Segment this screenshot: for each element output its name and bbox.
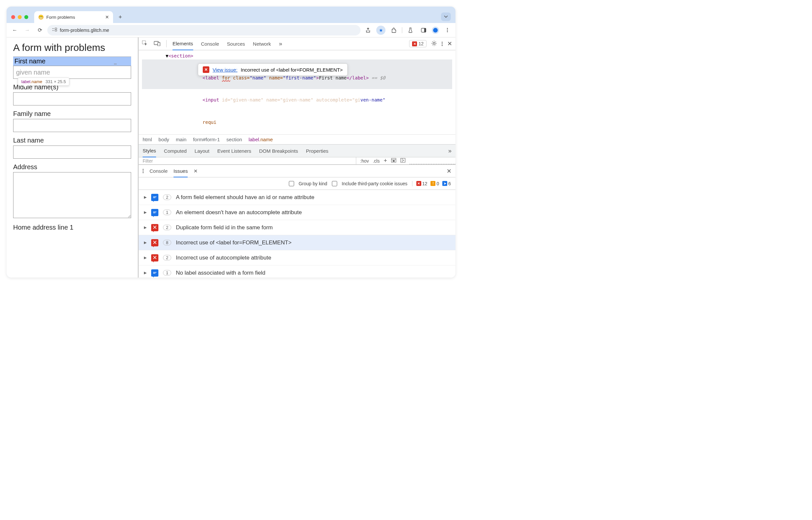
settings-button[interactable] bbox=[431, 41, 437, 47]
tab-title: Form problems bbox=[46, 15, 75, 20]
tab-console[interactable]: Console bbox=[201, 38, 219, 50]
error-icon: ✕ bbox=[416, 181, 421, 186]
crumb-form[interactable]: form#form-1 bbox=[193, 137, 220, 142]
error-speech-icon: ✕ bbox=[151, 224, 158, 231]
first-name-input[interactable] bbox=[13, 66, 131, 79]
reload-button[interactable]: ⟳ bbox=[35, 25, 45, 35]
devtools-close-button[interactable]: ✕ bbox=[447, 40, 452, 47]
tab-layout[interactable]: Layout bbox=[195, 145, 209, 157]
share-button[interactable] bbox=[363, 25, 373, 35]
window-zoom-button[interactable] bbox=[24, 15, 28, 19]
issue-row[interactable]: ▶1An element doesn't have an autocomplet… bbox=[139, 205, 455, 220]
crumb-body[interactable]: body bbox=[158, 137, 169, 142]
issue-row[interactable]: ▶✕8Incorrect use of <label for=FORM_ELEM… bbox=[139, 235, 455, 250]
styles-filter-bar: :hov .cls + bbox=[139, 157, 455, 164]
svg-rect-5 bbox=[424, 28, 426, 32]
drawer-tab-issues[interactable]: Issues bbox=[174, 165, 188, 177]
tab-list-button[interactable] bbox=[441, 12, 451, 21]
cls-toggle[interactable]: .cls bbox=[373, 158, 380, 163]
info-speech-icon bbox=[151, 194, 158, 201]
third-party-checkbox[interactable] bbox=[332, 181, 337, 186]
disclosure-icon: ▶ bbox=[144, 225, 147, 230]
new-style-button[interactable]: + bbox=[383, 157, 387, 164]
hov-toggle[interactable]: :hov bbox=[360, 158, 369, 163]
family-name-input[interactable] bbox=[13, 119, 131, 132]
address-bar[interactable]: form-problems.glitch.me bbox=[47, 25, 360, 35]
crumb-section[interactable]: section bbox=[226, 137, 242, 142]
tab-styles[interactable]: Styles bbox=[143, 145, 156, 157]
warning-icon: ! bbox=[430, 181, 435, 186]
tab-dom-breakpoints[interactable]: DOM Breakpoints bbox=[259, 145, 298, 157]
more-tabs-icon[interactable]: » bbox=[279, 41, 282, 47]
chevron-down-icon bbox=[444, 16, 448, 18]
toolbar-divider bbox=[402, 27, 402, 33]
address-textarea[interactable] bbox=[13, 172, 131, 218]
styles-pane-tabs: Styles Computed Layout Event Listeners D… bbox=[139, 144, 455, 157]
dom-tree[interactable]: ▼<section> ⋯ <label for class="name" nam… bbox=[139, 50, 455, 134]
url-text: form-problems.glitch.me bbox=[60, 28, 109, 33]
error-count-badge[interactable]: ✕ 12 bbox=[409, 40, 427, 47]
issue-row[interactable]: ▶1No label associated with a form field bbox=[139, 265, 455, 278]
rendered-page: A form with problems First name Middle n… bbox=[6, 37, 138, 278]
devtools-menu-button[interactable] bbox=[442, 42, 442, 46]
back-button[interactable]: ← bbox=[10, 25, 20, 35]
bookmark-button[interactable]: ★ bbox=[376, 26, 385, 35]
drawer-menu-button[interactable] bbox=[143, 169, 144, 173]
drawer-close-button[interactable]: ✕ bbox=[447, 167, 452, 175]
view-issue-link[interactable]: View issue: bbox=[212, 67, 237, 73]
drawer-tabs: Console Issues ✕ ✕ bbox=[139, 165, 455, 177]
issue-count: 2 bbox=[163, 225, 171, 230]
crumb-html[interactable]: html bbox=[143, 137, 152, 142]
tooltip-dimensions: 331 × 25.5 bbox=[46, 79, 66, 84]
issue-row[interactable]: ▶✕2Duplicate form field id in the same f… bbox=[139, 220, 455, 235]
error-icon: ✕ bbox=[203, 67, 209, 73]
error-speech-icon: ✕ bbox=[151, 239, 158, 246]
tab-elements[interactable]: Elements bbox=[173, 37, 193, 50]
disclosure-icon: ▶ bbox=[144, 240, 147, 245]
browser-window: 😬 Form problems ✕ + ← → ⟳ form-problems.… bbox=[6, 6, 455, 278]
svg-rect-12 bbox=[393, 160, 395, 162]
issue-row[interactable]: ▶2A form field element should have an id… bbox=[139, 190, 455, 205]
dom-line-actions[interactable]: ⋯ bbox=[112, 60, 119, 67]
tab-computed[interactable]: Computed bbox=[164, 145, 187, 157]
labs-button[interactable] bbox=[406, 25, 415, 35]
tab-close-icon[interactable]: ✕ bbox=[105, 15, 109, 20]
svg-rect-8 bbox=[158, 42, 160, 46]
issue-text: Incorrect use of autocomplete attribute bbox=[176, 255, 271, 261]
menu-button[interactable] bbox=[442, 25, 452, 35]
profile-button[interactable] bbox=[432, 27, 439, 34]
group-by-kind-checkbox[interactable] bbox=[289, 181, 294, 186]
site-settings-icon[interactable] bbox=[52, 27, 57, 33]
middle-name-input[interactable] bbox=[13, 92, 131, 105]
computed-panel-icon[interactable] bbox=[391, 158, 396, 163]
inspect-element-button[interactable] bbox=[142, 41, 148, 47]
toggle-sidebar-icon[interactable] bbox=[400, 158, 406, 163]
window-close-button[interactable] bbox=[11, 15, 15, 19]
filter-input[interactable] bbox=[139, 158, 356, 163]
tab-sources[interactable]: Sources bbox=[227, 38, 245, 50]
tab-properties[interactable]: Properties bbox=[306, 145, 328, 157]
last-name-input[interactable] bbox=[13, 146, 131, 159]
new-tab-button[interactable]: + bbox=[116, 12, 125, 22]
tab-favicon: 😬 bbox=[38, 15, 44, 20]
disclosure-icon: ▶ bbox=[144, 195, 147, 200]
issue-count: 1 bbox=[163, 270, 171, 276]
tab-network[interactable]: Network bbox=[253, 38, 271, 50]
more-panes-icon[interactable]: » bbox=[448, 148, 452, 154]
crumb-label[interactable]: label.name bbox=[249, 137, 273, 142]
window-minimize-button[interactable] bbox=[18, 15, 22, 19]
side-panel-button[interactable] bbox=[418, 25, 429, 35]
tab-event-listeners[interactable]: Event Listeners bbox=[217, 145, 251, 157]
browser-toolbar: ← → ⟳ form-problems.glitch.me ★ bbox=[6, 23, 455, 37]
disclosure-icon: ▶ bbox=[144, 256, 147, 260]
issue-row[interactable]: ▶✕2Incorrect use of autocomplete attribu… bbox=[139, 250, 455, 265]
drawer-tab-close-icon[interactable]: ✕ bbox=[194, 168, 198, 174]
device-toggle-button[interactable] bbox=[154, 41, 160, 47]
crumb-main[interactable]: main bbox=[176, 137, 187, 142]
extensions-button[interactable] bbox=[389, 25, 399, 35]
info-icon: ➤ bbox=[442, 181, 447, 186]
browser-tab[interactable]: 😬 Form problems ✕ bbox=[34, 11, 113, 23]
drawer-tab-console[interactable]: Console bbox=[150, 165, 168, 177]
svg-rect-13 bbox=[401, 158, 405, 162]
forward-button[interactable]: → bbox=[22, 25, 32, 35]
